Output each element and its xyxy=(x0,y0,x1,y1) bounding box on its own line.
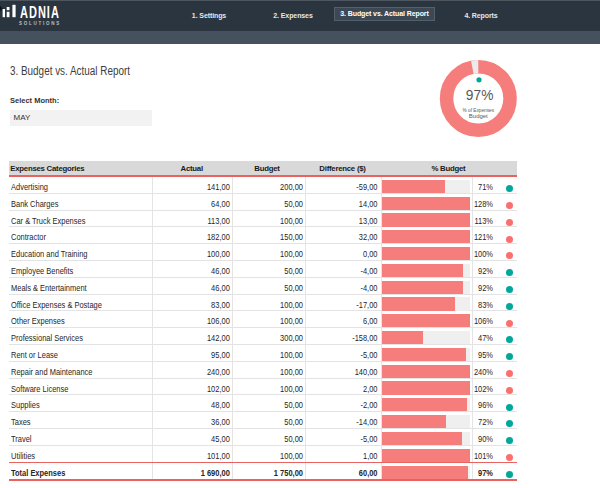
svg-text:97%: 97% xyxy=(466,87,494,103)
svg-text:Budget: Budget xyxy=(469,112,488,119)
